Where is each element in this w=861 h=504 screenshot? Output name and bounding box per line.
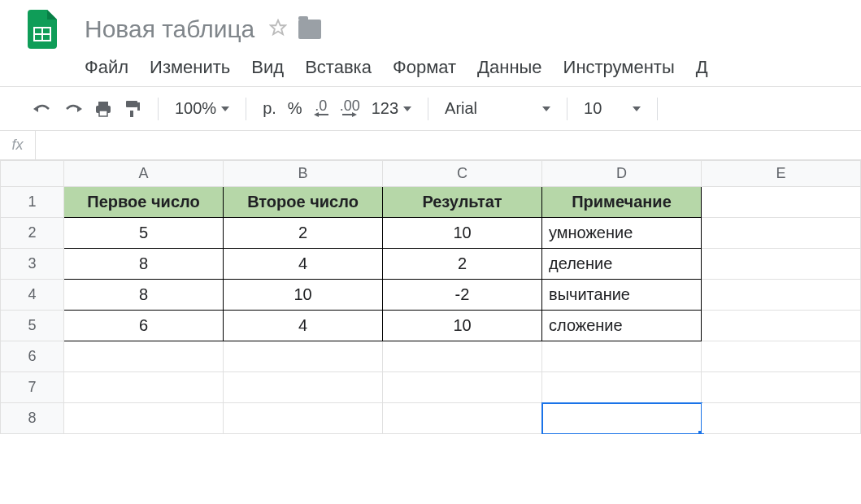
column-header-E[interactable]: E bbox=[702, 161, 861, 187]
formula-bar-input[interactable] bbox=[36, 131, 861, 159]
svg-rect-9 bbox=[126, 101, 137, 107]
cell-A8[interactable] bbox=[64, 403, 224, 434]
cell-E5[interactable] bbox=[702, 311, 861, 341]
cell-E4[interactable] bbox=[702, 280, 861, 311]
cell-B8[interactable] bbox=[224, 403, 383, 434]
row-header-4[interactable]: 4 bbox=[1, 280, 64, 311]
font-size-select[interactable]: 10 bbox=[584, 99, 641, 118]
cell-C6[interactable] bbox=[383, 341, 542, 372]
cell-C5[interactable]: 10 bbox=[383, 311, 542, 341]
cell-D5[interactable]: сложение bbox=[542, 311, 702, 341]
cell-D3[interactable]: деление bbox=[542, 249, 702, 280]
menu-bar: Файл Изменить Вид Вставка Формат Данные … bbox=[85, 52, 861, 86]
folder-icon[interactable] bbox=[298, 20, 321, 39]
percent-button[interactable]: % bbox=[288, 99, 302, 118]
fx-label: fx bbox=[0, 131, 36, 159]
column-header-D[interactable]: D bbox=[542, 161, 702, 187]
svg-marker-4 bbox=[33, 106, 38, 112]
cell-B5[interactable]: 4 bbox=[224, 311, 383, 341]
undo-button[interactable] bbox=[33, 101, 52, 117]
column-header-A[interactable]: A bbox=[64, 161, 224, 187]
cell-A6[interactable] bbox=[64, 341, 224, 372]
svg-rect-8 bbox=[99, 111, 107, 116]
column-header-C[interactable]: C bbox=[383, 161, 542, 187]
cell-A2[interactable]: 5 bbox=[64, 218, 224, 249]
cell-B1[interactable]: Второе число bbox=[224, 187, 383, 218]
cell-B7[interactable] bbox=[224, 372, 383, 403]
document-title[interactable]: Новая таблица bbox=[85, 15, 254, 43]
column-header-B[interactable]: B bbox=[224, 161, 383, 187]
redo-button[interactable] bbox=[63, 101, 83, 117]
cell-A5[interactable]: 6 bbox=[64, 311, 224, 341]
increase-decimal-button[interactable]: .00 bbox=[340, 100, 360, 118]
svg-rect-11 bbox=[130, 111, 133, 117]
cell-D6[interactable] bbox=[542, 341, 702, 372]
row-header-6[interactable]: 6 bbox=[1, 341, 64, 372]
cell-B4[interactable]: 10 bbox=[224, 280, 383, 311]
row-header-8[interactable]: 8 bbox=[1, 403, 64, 434]
cell-C1[interactable]: Результат bbox=[383, 187, 542, 218]
menu-tools[interactable]: Инструменты bbox=[563, 57, 675, 78]
menu-addons[interactable]: Д bbox=[696, 57, 708, 78]
svg-marker-13 bbox=[314, 112, 319, 117]
cell-A7[interactable] bbox=[64, 372, 224, 403]
cell-D4[interactable]: вычитание bbox=[542, 280, 702, 311]
row-header-7[interactable]: 7 bbox=[1, 372, 64, 403]
font-size-value: 10 bbox=[584, 99, 602, 118]
cell-E2[interactable] bbox=[702, 218, 861, 249]
svg-marker-3 bbox=[271, 20, 285, 34]
toolbar: 100% р. % .0 .00 123 Arial 10 bbox=[0, 87, 861, 131]
cell-B2[interactable]: 2 bbox=[224, 218, 383, 249]
font-select[interactable]: Arial bbox=[445, 99, 550, 118]
currency-button[interactable]: р. bbox=[263, 99, 276, 118]
chevron-down-icon bbox=[221, 106, 229, 111]
menu-insert[interactable]: Вставка bbox=[305, 57, 372, 78]
cell-C4[interactable]: -2 bbox=[383, 280, 542, 311]
cell-C2[interactable]: 10 bbox=[383, 218, 542, 249]
cell-C7[interactable] bbox=[383, 372, 542, 403]
cell-E7[interactable] bbox=[702, 372, 861, 403]
cell-A1[interactable]: Первое число bbox=[64, 187, 224, 218]
more-formats-button[interactable]: 123 bbox=[372, 99, 411, 118]
cell-C3[interactable]: 2 bbox=[383, 249, 542, 280]
zoom-value: 100% bbox=[175, 99, 216, 118]
row-header-2[interactable]: 2 bbox=[1, 218, 64, 249]
cell-E3[interactable] bbox=[702, 249, 861, 280]
cell-D1[interactable]: Примечание bbox=[542, 187, 702, 218]
chevron-down-icon bbox=[542, 106, 550, 111]
menu-data[interactable]: Данные bbox=[477, 57, 541, 78]
font-name: Arial bbox=[445, 99, 477, 118]
chevron-down-icon bbox=[633, 106, 641, 111]
cell-B6[interactable] bbox=[224, 341, 383, 372]
cell-A4[interactable]: 8 bbox=[64, 280, 224, 311]
cell-D2[interactable]: умножение bbox=[542, 218, 702, 249]
spreadsheet-grid[interactable]: A B C D E 1 Первое число Второе число Ре… bbox=[0, 160, 861, 434]
menu-view[interactable]: Вид bbox=[251, 57, 284, 78]
cell-C8[interactable] bbox=[383, 403, 542, 434]
row-header-3[interactable]: 3 bbox=[1, 249, 64, 280]
zoom-select[interactable]: 100% bbox=[175, 99, 229, 118]
cell-B3[interactable]: 4 bbox=[224, 249, 383, 280]
svg-marker-5 bbox=[77, 106, 82, 112]
decrease-decimal-button[interactable]: .0 bbox=[314, 100, 328, 118]
paint-format-button[interactable] bbox=[124, 99, 141, 119]
cell-D8[interactable] bbox=[542, 403, 702, 434]
row-header-5[interactable]: 5 bbox=[1, 311, 64, 341]
menu-format[interactable]: Формат bbox=[393, 57, 456, 78]
sheets-logo[interactable] bbox=[24, 7, 60, 52]
star-icon[interactable] bbox=[269, 19, 287, 40]
cell-E8[interactable] bbox=[702, 403, 861, 434]
print-button[interactable] bbox=[94, 100, 112, 118]
menu-file[interactable]: Файл bbox=[85, 57, 128, 78]
chevron-down-icon bbox=[403, 106, 411, 111]
select-all-corner[interactable] bbox=[1, 161, 64, 187]
cell-E1[interactable] bbox=[702, 187, 861, 218]
cell-D7[interactable] bbox=[542, 372, 702, 403]
svg-rect-6 bbox=[98, 102, 108, 106]
cell-E6[interactable] bbox=[702, 341, 861, 372]
svg-rect-10 bbox=[137, 102, 140, 111]
menu-edit[interactable]: Изменить bbox=[150, 57, 230, 78]
row-header-1[interactable]: 1 bbox=[1, 187, 64, 218]
cell-A3[interactable]: 8 bbox=[64, 249, 224, 280]
svg-marker-15 bbox=[352, 112, 357, 117]
